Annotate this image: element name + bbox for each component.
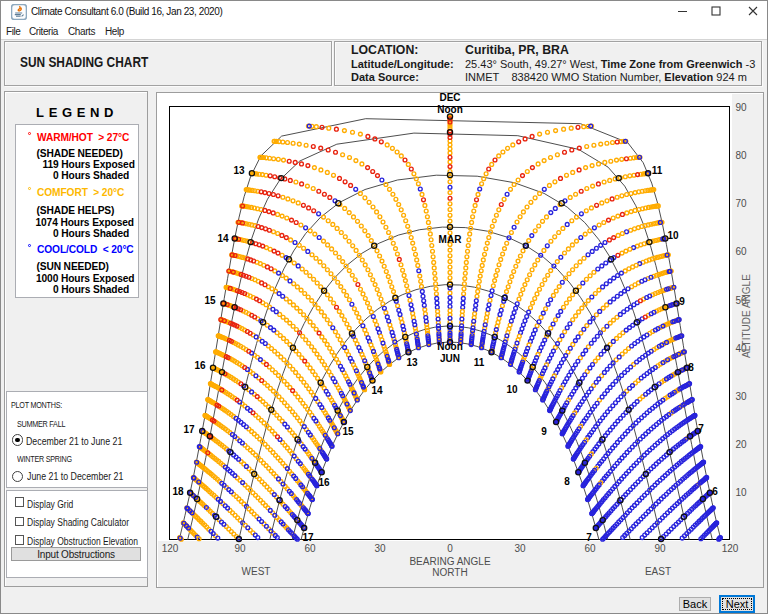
svg-text:BEARING ANGLE: BEARING ANGLE <box>409 556 490 567</box>
svg-text:16: 16 <box>318 477 330 488</box>
svg-text:120: 120 <box>162 543 179 554</box>
svg-text:90: 90 <box>735 102 747 113</box>
svg-text:30: 30 <box>735 391 747 402</box>
svg-text:NORTH: NORTH <box>432 567 467 578</box>
svg-text:10: 10 <box>735 487 747 498</box>
svg-text:MAR: MAR <box>439 234 463 245</box>
svg-text:WEST: WEST <box>242 566 271 577</box>
svg-text:7: 7 <box>586 532 592 543</box>
svg-text:17: 17 <box>183 424 195 435</box>
svg-text:6: 6 <box>712 486 718 497</box>
svg-text:EAST: EAST <box>645 566 671 577</box>
svg-text:60: 60 <box>304 543 316 554</box>
svg-text:30: 30 <box>374 543 386 554</box>
svg-text:14: 14 <box>217 233 229 244</box>
svg-text:13: 13 <box>233 165 245 176</box>
svg-text:9: 9 <box>541 426 547 437</box>
svg-text:20: 20 <box>735 439 747 450</box>
svg-text:80: 80 <box>735 150 747 161</box>
svg-text:9: 9 <box>679 296 685 307</box>
svg-text:90: 90 <box>234 543 246 554</box>
svg-text:10: 10 <box>506 384 518 395</box>
svg-text:8: 8 <box>688 362 694 373</box>
svg-text:DEC: DEC <box>439 92 460 103</box>
svg-text:0: 0 <box>447 543 453 554</box>
svg-text:18: 18 <box>172 486 184 497</box>
svg-text:120: 120 <box>722 543 739 554</box>
svg-text:16: 16 <box>194 360 206 371</box>
svg-text:60: 60 <box>584 543 596 554</box>
svg-text:Noon: Noon <box>437 104 463 115</box>
svg-text:11: 11 <box>474 357 485 368</box>
svg-text:30: 30 <box>514 543 526 554</box>
svg-text:JUN: JUN <box>440 353 460 364</box>
svg-text:ALTITUDE ANGLE: ALTITUDE ANGLE <box>741 274 752 358</box>
svg-text:17: 17 <box>302 532 314 543</box>
svg-text:13: 13 <box>406 357 418 368</box>
svg-text:14: 14 <box>371 385 383 396</box>
svg-text:90: 90 <box>654 543 666 554</box>
svg-text:7: 7 <box>698 423 704 434</box>
svg-text:10: 10 <box>667 230 679 241</box>
svg-text:15: 15 <box>204 295 216 306</box>
svg-text:11: 11 <box>652 165 663 176</box>
svg-text:Noon: Noon <box>437 341 463 352</box>
svg-text:8: 8 <box>564 476 570 487</box>
svg-text:70: 70 <box>735 198 747 209</box>
svg-text:15: 15 <box>342 426 354 437</box>
svg-text:60: 60 <box>735 246 747 257</box>
